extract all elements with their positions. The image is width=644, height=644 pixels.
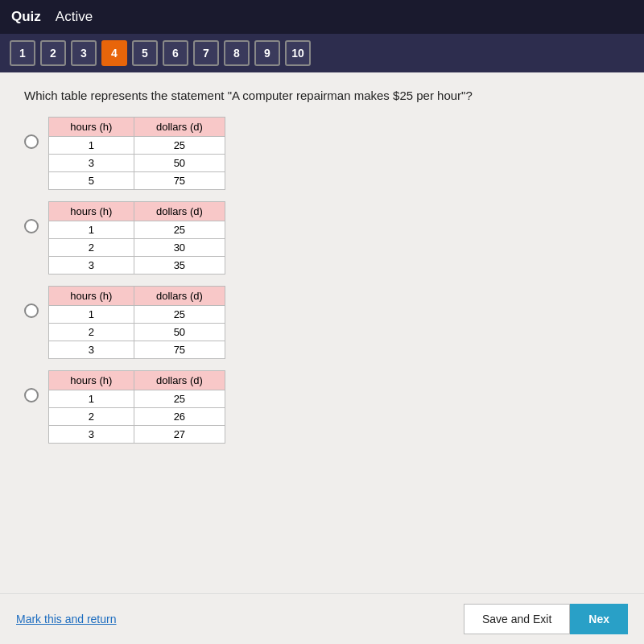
- table-row: 375: [49, 341, 225, 359]
- table-cell: 75: [134, 172, 225, 190]
- main-content: Which table represents the statement "A …: [0, 72, 644, 593]
- table-header: dollars (d): [134, 202, 225, 221]
- radio-A[interactable]: [24, 134, 39, 149]
- number-btn-10[interactable]: 10: [285, 40, 311, 66]
- table-row: 335: [49, 257, 225, 275]
- table-cell: 27: [134, 426, 225, 444]
- table-cell: 3: [49, 341, 134, 359]
- quiz-label: Quiz: [11, 9, 41, 25]
- option-row-A: hours (h)dollars (d)125350575: [24, 117, 620, 190]
- number-bar: 12345678910: [0, 34, 644, 72]
- answer-table-B: hours (h)dollars (d)125230335: [48, 201, 225, 275]
- number-btn-1[interactable]: 1: [10, 40, 35, 66]
- option-row-C: hours (h)dollars (d)125250375: [24, 286, 620, 359]
- table-cell: 26: [134, 408, 225, 426]
- table-header: hours (h): [49, 202, 134, 221]
- table-row: 575: [49, 172, 225, 190]
- table-cell: 3: [49, 426, 134, 444]
- table-header: hours (h): [49, 287, 134, 306]
- table-row: 125: [49, 390, 225, 408]
- radio-C[interactable]: [24, 303, 39, 318]
- table-cell: 25: [134, 306, 225, 324]
- table-cell: 2: [49, 408, 134, 426]
- table-header: hours (h): [49, 118, 134, 137]
- table-header: hours (h): [49, 371, 134, 390]
- table-cell: 1: [49, 137, 134, 155]
- table-row: 226: [49, 408, 225, 426]
- table-cell: 1: [49, 306, 134, 324]
- table-row: 125: [49, 137, 225, 155]
- table-cell: 1: [49, 390, 134, 408]
- number-btn-6[interactable]: 6: [163, 40, 188, 66]
- table-cell: 2: [49, 324, 134, 341]
- table-row: 125: [49, 221, 225, 239]
- number-btn-2[interactable]: 2: [40, 40, 66, 66]
- number-btn-8[interactable]: 8: [224, 40, 250, 66]
- table-cell: 25: [134, 221, 225, 239]
- option-row-D: hours (h)dollars (d)125226327: [24, 370, 620, 444]
- answer-table-C: hours (h)dollars (d)125250375: [48, 286, 225, 359]
- table-row: 327: [49, 426, 225, 444]
- footer: Mark this and return Save and Exit Nex: [0, 593, 644, 644]
- option-row-B: hours (h)dollars (d)125230335: [24, 201, 620, 275]
- footer-buttons: Save and Exit Nex: [464, 604, 628, 634]
- table-row: 250: [49, 324, 225, 341]
- question-text: Which table represents the statement "A …: [24, 87, 620, 104]
- next-button[interactable]: Nex: [570, 604, 628, 634]
- options-area: hours (h)dollars (d)125350575hours (h)do…: [24, 117, 620, 593]
- header-bar: Quiz Active: [0, 0, 644, 34]
- mark-return-button[interactable]: Mark this and return: [16, 613, 117, 625]
- table-cell: 50: [134, 324, 225, 341]
- table-cell: 5: [49, 172, 134, 190]
- table-cell: 25: [134, 390, 225, 408]
- active-label: Active: [56, 9, 93, 25]
- number-btn-3[interactable]: 3: [71, 40, 97, 66]
- table-cell: 3: [49, 155, 134, 172]
- number-btn-5[interactable]: 5: [132, 40, 158, 66]
- table-header: dollars (d): [134, 287, 225, 306]
- radio-D[interactable]: [24, 388, 39, 402]
- screen: Quiz Active 12345678910 Which table repr…: [0, 0, 644, 644]
- table-cell: 2: [49, 239, 134, 257]
- answer-table-D: hours (h)dollars (d)125226327: [48, 370, 225, 444]
- table-row: 350: [49, 155, 225, 172]
- table-cell: 30: [134, 239, 225, 257]
- table-row: 230: [49, 239, 225, 257]
- table-cell: 1: [49, 221, 134, 239]
- save-exit-button[interactable]: Save and Exit: [464, 604, 570, 634]
- table-cell: 75: [134, 341, 225, 359]
- number-btn-7[interactable]: 7: [193, 40, 219, 66]
- table-cell: 35: [134, 257, 225, 275]
- number-btn-9[interactable]: 9: [254, 40, 280, 66]
- table-header: dollars (d): [134, 118, 225, 137]
- radio-B[interactable]: [24, 219, 39, 233]
- table-cell: 3: [49, 257, 134, 275]
- answer-table-A: hours (h)dollars (d)125350575: [48, 117, 225, 190]
- table-header: dollars (d): [134, 371, 225, 390]
- number-btn-4[interactable]: 4: [101, 40, 127, 66]
- table-row: 125: [49, 306, 225, 324]
- table-cell: 50: [134, 155, 225, 172]
- table-cell: 25: [134, 137, 225, 155]
